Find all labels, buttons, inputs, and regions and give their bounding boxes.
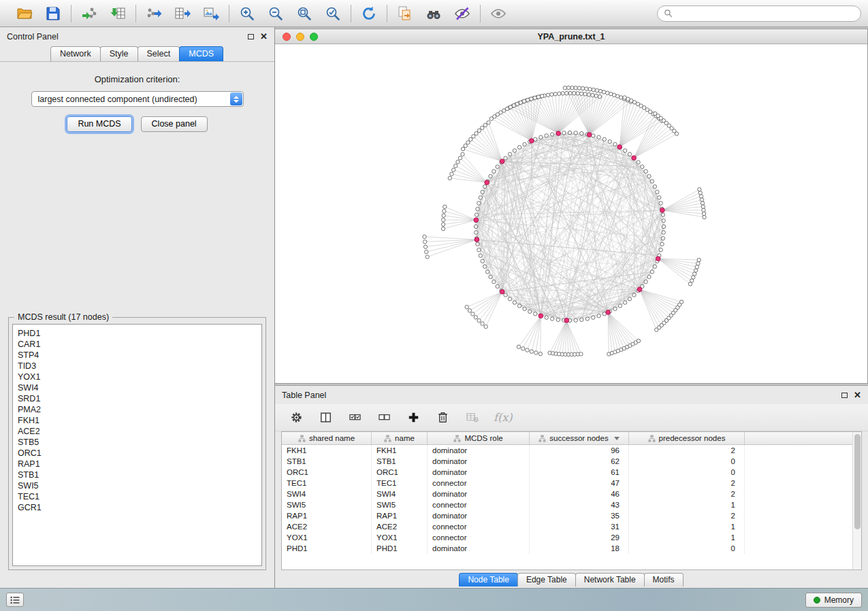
import-network-icon[interactable] (80, 5, 98, 22)
eye-icon[interactable] (489, 5, 507, 22)
mcds-result-item[interactable]: SRD1 (18, 393, 257, 404)
open-session-icon[interactable] (16, 5, 33, 22)
mcds-result-item[interactable]: STB5 (18, 437, 257, 448)
mcds-result-item[interactable]: TEC1 (18, 491, 257, 502)
zoom-in-icon[interactable] (238, 5, 256, 22)
refresh-layout-icon[interactable] (360, 5, 378, 22)
mcds-result-item[interactable]: SWI4 (18, 382, 257, 393)
add-column-icon[interactable] (406, 410, 421, 425)
minimize-window-button[interactable] (296, 33, 304, 41)
zoom-out-icon[interactable] (267, 5, 285, 22)
save-session-icon[interactable] (44, 5, 62, 22)
mcds-result-item[interactable]: TID3 (18, 361, 257, 371)
network-node (632, 293, 636, 297)
close-window-button[interactable] (283, 33, 291, 41)
sort-dropdown-icon[interactable] (614, 437, 620, 440)
column-header-successor-nodes[interactable]: successor nodes (530, 432, 629, 444)
network-node (492, 280, 496, 283)
table-settings-gear-icon[interactable] (289, 410, 304, 425)
zoom-selected-icon[interactable] (324, 5, 342, 22)
float-panel-button[interactable] (248, 34, 254, 39)
mcds-result-item[interactable]: SWI5 (18, 480, 257, 491)
network-canvas[interactable] (275, 44, 867, 383)
mcds-result-item[interactable]: PMA2 (18, 404, 257, 415)
mcds-result-item[interactable]: RAP1 (18, 459, 257, 469)
select-all-icon[interactable] (347, 410, 362, 425)
cell-mcds-role: connector (428, 532, 530, 543)
table-row[interactable]: ORC1ORC1dominator610 (282, 467, 861, 478)
table-scrollbar-thumb[interactable] (854, 434, 861, 529)
export-network-icon[interactable] (145, 5, 163, 22)
table-row[interactable]: FKH1FKH1dominator962 (282, 445, 861, 456)
table-row[interactable]: ACE2ACE2connector311 (282, 521, 861, 532)
run-mcds-button[interactable]: Run MCDS (67, 116, 131, 132)
table-row[interactable]: SWI4SWI4dominator462 (282, 489, 861, 499)
cell-name: SWI4 (372, 489, 428, 499)
tab-motifs[interactable]: Motifs (644, 573, 684, 587)
search-field[interactable] (657, 5, 861, 22)
mcds-result-item[interactable]: ORC1 (18, 448, 257, 459)
maximize-window-button[interactable] (310, 33, 318, 41)
network-window-titlebar[interactable]: YPA_prune.txt_1 (275, 29, 867, 44)
delete-column-icon[interactable] (435, 410, 450, 425)
mcds-result-item[interactable]: ACE2 (18, 426, 257, 437)
network-node (662, 219, 665, 222)
show-panels-button[interactable] (6, 593, 24, 607)
network-node (469, 137, 472, 141)
search-input[interactable] (677, 9, 854, 18)
network-node (485, 270, 489, 274)
column-header-shared-name[interactable]: shared name (282, 432, 372, 444)
cell-mcds-role: dominator (428, 543, 530, 554)
close-table-panel-button[interactable]: ✕ (854, 391, 861, 399)
tab-network-table[interactable]: Network Table (575, 573, 645, 587)
mcds-result-item[interactable]: PHD1 (18, 328, 257, 339)
mcds-result-item[interactable]: STB1 (18, 469, 257, 480)
table-row[interactable]: PHD1PHD1dominator180 (282, 543, 861, 554)
tab-select[interactable]: Select (138, 46, 180, 61)
zoom-fit-icon[interactable] (295, 5, 313, 22)
tab-mcds[interactable]: MCDS (179, 46, 223, 61)
cell-name: PHD1 (372, 543, 428, 554)
import-table-icon[interactable] (109, 5, 127, 22)
column-header-name[interactable]: name (372, 432, 428, 444)
find-icon[interactable] (425, 5, 443, 22)
cell-mcds-role: connector (428, 499, 530, 510)
mcds-result-item[interactable]: GCR1 (18, 502, 257, 513)
column-type-icon (539, 435, 546, 442)
table-row[interactable]: YOX1YOX1connector291 (282, 532, 861, 543)
cell-name: TEC1 (372, 478, 428, 489)
table-row[interactable]: TEC1TEC1connector472 (282, 478, 861, 489)
column-header-mcds-role[interactable]: MCDS role (428, 432, 530, 444)
cell-name: RAP1 (372, 510, 428, 521)
cell-filler (745, 543, 861, 554)
table-row[interactable]: SWI5SWI5connector431 (282, 499, 861, 510)
network-dominator-node (539, 314, 543, 318)
column-header-predecessor-nodes[interactable]: predecessor nodes (629, 432, 745, 444)
network-view[interactable] (275, 44, 866, 383)
tab-edge-table[interactable]: Edge Table (517, 573, 576, 587)
tab-node-table[interactable]: Node Table (459, 573, 518, 587)
network-node (609, 92, 612, 95)
export-table-icon[interactable] (174, 5, 191, 22)
table-row[interactable]: RAP1RAP1dominator352 (282, 510, 861, 521)
mcds-result-item[interactable]: FKH1 (18, 415, 257, 426)
close-panel-button[interactable]: ✕ (260, 32, 268, 41)
float-table-panel-button[interactable] (841, 393, 848, 398)
mcds-result-item[interactable]: CAR1 (18, 339, 257, 350)
table-row[interactable]: STB1STB1dominator620 (282, 456, 861, 467)
network-node (536, 95, 540, 99)
eye-slash-icon[interactable] (453, 5, 471, 22)
tab-style[interactable]: Style (100, 46, 138, 61)
memory-button[interactable]: Memory (805, 593, 862, 608)
deselect-all-icon[interactable] (376, 410, 391, 425)
criterion-dropdown[interactable]: largest connected component (undirected) (31, 91, 244, 107)
cell-predecessor-nodes: 0 (629, 543, 745, 554)
clone-network-icon[interactable] (396, 5, 414, 22)
mcds-result-item[interactable]: STP4 (18, 350, 257, 361)
tab-network[interactable]: Network (50, 46, 101, 61)
close-panel-button-mcds[interactable]: Close panel (141, 116, 208, 132)
export-image-icon[interactable] (202, 5, 220, 22)
mcds-result-item[interactable]: YOX1 (18, 371, 257, 382)
show-columns-icon[interactable] (318, 410, 333, 425)
table-scrollbar[interactable] (852, 432, 861, 569)
